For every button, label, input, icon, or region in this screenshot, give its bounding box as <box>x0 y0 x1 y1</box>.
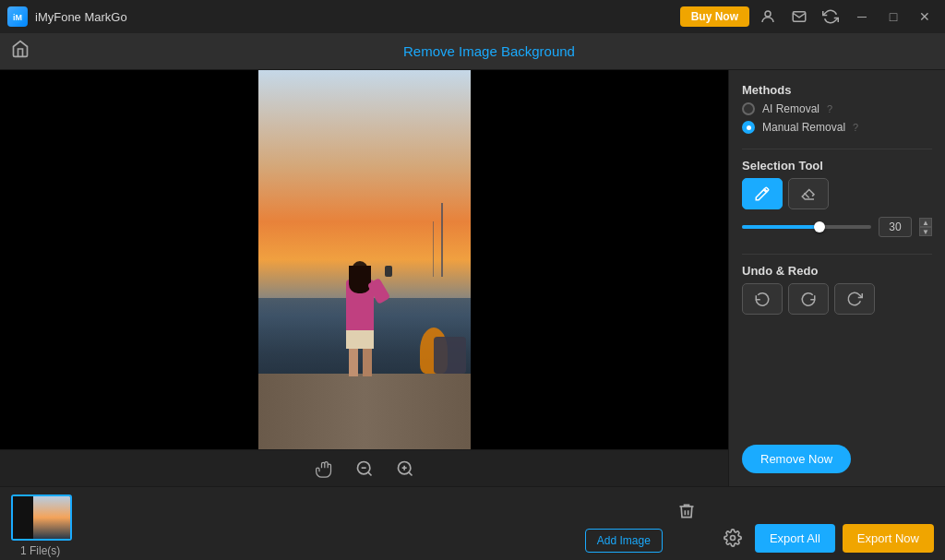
thumbnails-row <box>11 485 576 541</box>
canvas-right-dark <box>471 70 729 449</box>
bottom-bar: 1 File(s) Add Image Export All Export No… <box>0 486 945 560</box>
ai-removal-label: AI Removal <box>762 102 819 115</box>
thumb-img <box>33 496 70 539</box>
undo-redo-buttons <box>742 283 932 315</box>
toolbar: Remove Image Background <box>0 33 945 70</box>
bottom-left: 1 File(s) <box>11 485 576 561</box>
manual-removal-label: Manual Removal <box>762 121 845 134</box>
manual-removal-radio[interactable] <box>742 121 755 134</box>
app-title: iMyFone MarkGo <box>35 10 127 24</box>
eraser-tool-button[interactable] <box>788 178 829 209</box>
canvas-left-dark <box>0 70 258 449</box>
svg-text:iM: iM <box>13 13 22 22</box>
manual-removal-option[interactable]: Manual Removal ? <box>742 121 932 134</box>
remove-now-button[interactable]: Remove Now <box>742 445 851 473</box>
slider-stepper: ▲ ▼ <box>919 218 932 236</box>
mast-2 <box>433 221 434 277</box>
person-phone <box>385 266 392 277</box>
settings-button[interactable] <box>718 523 748 553</box>
zoom-in-button[interactable] <box>392 456 418 482</box>
dock-area <box>258 374 471 449</box>
pan-tool-button[interactable] <box>311 456 337 482</box>
add-image-container: Add Image <box>585 506 663 553</box>
slider-thumb[interactable] <box>814 221 825 232</box>
methods-title: Methods <box>742 83 932 97</box>
slider-fill <box>742 225 819 229</box>
maximize-button[interactable]: □ <box>880 4 906 30</box>
person-shorts <box>346 330 374 349</box>
mast-1 <box>441 203 443 277</box>
canvas-area <box>0 70 728 486</box>
reset-button[interactable] <box>834 283 875 315</box>
brush-tool-button[interactable] <box>742 178 783 209</box>
undo-redo-section: Undo & Redo <box>742 264 932 315</box>
person-leg-left <box>349 349 358 376</box>
title-bar: iM iMyFone MarkGo Buy Now ─ □ ✕ <box>0 0 945 33</box>
person-legs <box>346 349 374 376</box>
slider-value: 30 <box>879 217 912 237</box>
image-viewport[interactable] <box>0 70 728 449</box>
svg-point-2 <box>765 11 771 17</box>
mail-icon[interactable] <box>786 4 812 30</box>
tool-buttons <box>742 178 932 209</box>
ai-removal-radio[interactable] <box>742 102 755 115</box>
selection-tool-section: Selection Tool <box>742 159 932 244</box>
undo-redo-title: Undo & Redo <box>742 264 932 278</box>
home-icon[interactable] <box>11 40 30 63</box>
radio-inner <box>747 125 751 130</box>
step-up-button[interactable]: ▲ <box>919 218 932 227</box>
right-panel: Methods AI Removal ? Manual Removal ? Se… <box>728 70 945 486</box>
brush-size-slider-row: 30 ▲ ▼ <box>742 217 932 237</box>
methods-section: Methods AI Removal ? Manual Removal ? <box>742 83 932 139</box>
brush-size-slider[interactable] <box>742 225 871 229</box>
person-head <box>352 261 368 280</box>
divider-1 <box>742 149 932 149</box>
main-content: Methods AI Removal ? Manual Removal ? Se… <box>0 70 945 486</box>
account-icon[interactable] <box>755 4 781 30</box>
close-button[interactable]: ✕ <box>912 4 938 30</box>
ai-removal-option[interactable]: AI Removal ? <box>742 102 932 115</box>
file-count: 1 File(s) <box>20 544 60 557</box>
export-now-button[interactable]: Export Now <box>843 524 934 553</box>
trash-button[interactable] <box>672 496 701 526</box>
canvas-container <box>0 70 728 449</box>
manual-removal-help: ? <box>853 122 858 133</box>
add-image-button[interactable]: Add Image <box>585 529 663 553</box>
person <box>340 261 381 381</box>
divider-2 <box>742 254 932 255</box>
person-3 <box>434 337 466 374</box>
ai-removal-help: ? <box>827 103 832 114</box>
step-down-button[interactable]: ▼ <box>919 227 932 236</box>
export-all-button[interactable]: Export All <box>755 524 835 553</box>
bottom-actions-row: 1 File(s) <box>11 541 576 561</box>
person-leg-right <box>363 349 372 376</box>
canvas-controls <box>0 449 728 486</box>
undo-button[interactable] <box>742 283 783 315</box>
title-bar-left: iM iMyFone MarkGo <box>7 6 127 27</box>
image-thumbnail[interactable] <box>11 494 72 541</box>
title-bar-right: Buy Now ─ □ ✕ <box>680 4 938 30</box>
app-logo: iM <box>7 6 28 27</box>
svg-line-5 <box>367 471 371 475</box>
zoom-out-button[interactable] <box>352 456 377 482</box>
person-hair <box>349 266 371 293</box>
minimize-button[interactable]: ─ <box>849 4 875 30</box>
redo-button[interactable] <box>788 283 829 315</box>
buy-now-button[interactable]: Buy Now <box>680 6 749 27</box>
canvas-image <box>258 70 471 449</box>
refresh-icon[interactable] <box>818 4 843 30</box>
svg-point-11 <box>730 536 735 541</box>
svg-line-8 <box>408 471 412 475</box>
toolbar-title: Remove Image Background <box>44 43 934 59</box>
selection-tool-title: Selection Tool <box>742 159 932 173</box>
thumb-dark <box>13 496 33 539</box>
remove-now-container: Remove Now <box>742 445 932 473</box>
bottom-right: Export All Export Now <box>718 523 934 553</box>
